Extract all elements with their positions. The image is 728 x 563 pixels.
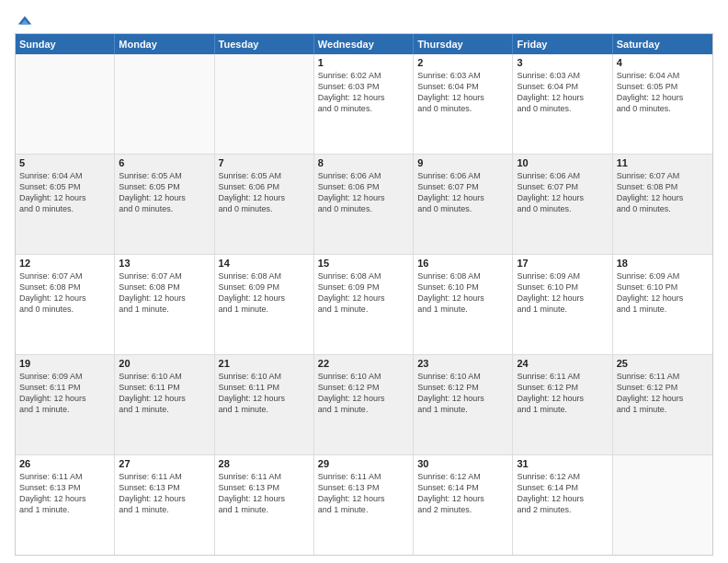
- day-cell-10: 10Sunrise: 6:06 AM Sunset: 6:07 PM Dayli…: [513, 155, 612, 254]
- header-day-saturday: Saturday: [613, 34, 712, 54]
- cell-info: Sunrise: 6:05 AM Sunset: 6:05 PM Dayligh…: [119, 170, 210, 215]
- day-cell-7: 7Sunrise: 6:05 AM Sunset: 6:06 PM Daylig…: [215, 155, 314, 254]
- calendar-body: 1Sunrise: 6:02 AM Sunset: 6:03 PM Daylig…: [16, 54, 712, 555]
- header-day-sunday: Sunday: [16, 34, 115, 54]
- cell-info: Sunrise: 6:11 AM Sunset: 6:12 PM Dayligh…: [617, 371, 709, 416]
- day-number: 8: [318, 157, 409, 168]
- day-cell-18: 18Sunrise: 6:09 AM Sunset: 6:10 PM Dayli…: [613, 255, 712, 354]
- calendar-row-3: 19Sunrise: 6:09 AM Sunset: 6:11 PM Dayli…: [16, 354, 712, 454]
- cell-info: Sunrise: 6:03 AM Sunset: 6:04 PM Dayligh…: [417, 70, 508, 115]
- cell-info: Sunrise: 6:03 AM Sunset: 6:04 PM Dayligh…: [517, 70, 608, 115]
- day-cell-26: 26Sunrise: 6:11 AM Sunset: 6:13 PM Dayli…: [16, 455, 115, 555]
- day-number: 10: [517, 157, 608, 168]
- day-number: 26: [19, 458, 110, 469]
- day-number: 30: [417, 458, 508, 469]
- cell-info: Sunrise: 6:11 AM Sunset: 6:13 PM Dayligh…: [19, 471, 110, 516]
- header-day-monday: Monday: [115, 34, 214, 54]
- page: SundayMondayTuesdayWednesdayThursdayFrid…: [0, 0, 728, 563]
- empty-cell: [16, 54, 115, 154]
- cell-info: Sunrise: 6:07 AM Sunset: 6:08 PM Dayligh…: [617, 170, 709, 215]
- day-cell-22: 22Sunrise: 6:10 AM Sunset: 6:12 PM Dayli…: [314, 355, 414, 454]
- day-cell-31: 31Sunrise: 6:12 AM Sunset: 6:14 PM Dayli…: [513, 455, 612, 555]
- day-cell-24: 24Sunrise: 6:11 AM Sunset: 6:12 PM Dayli…: [513, 355, 612, 454]
- day-number: 19: [19, 358, 110, 369]
- day-number: 12: [19, 258, 110, 269]
- day-cell-11: 11Sunrise: 6:07 AM Sunset: 6:08 PM Dayli…: [613, 155, 712, 254]
- day-number: 16: [417, 258, 508, 269]
- day-cell-3: 3Sunrise: 6:03 AM Sunset: 6:04 PM Daylig…: [513, 54, 612, 154]
- day-number: 3: [517, 57, 608, 68]
- day-number: 27: [119, 458, 210, 469]
- day-cell-28: 28Sunrise: 6:11 AM Sunset: 6:13 PM Dayli…: [215, 455, 314, 555]
- day-cell-9: 9Sunrise: 6:06 AM Sunset: 6:07 PM Daylig…: [414, 155, 513, 254]
- cell-info: Sunrise: 6:12 AM Sunset: 6:14 PM Dayligh…: [517, 471, 608, 516]
- cell-info: Sunrise: 6:11 AM Sunset: 6:12 PM Dayligh…: [517, 371, 608, 416]
- cell-info: Sunrise: 6:08 AM Sunset: 6:10 PM Dayligh…: [417, 270, 508, 316]
- day-cell-25: 25Sunrise: 6:11 AM Sunset: 6:12 PM Dayli…: [613, 355, 712, 454]
- day-number: 5: [19, 157, 110, 168]
- day-cell-21: 21Sunrise: 6:10 AM Sunset: 6:11 PM Dayli…: [215, 355, 314, 454]
- empty-cell: [613, 455, 712, 555]
- day-number: 22: [318, 358, 409, 369]
- day-number: 20: [119, 358, 210, 369]
- header-day-wednesday: Wednesday: [314, 34, 414, 54]
- calendar-row-2: 12Sunrise: 6:07 AM Sunset: 6:08 PM Dayli…: [16, 254, 712, 354]
- cell-info: Sunrise: 6:11 AM Sunset: 6:13 PM Dayligh…: [119, 471, 210, 516]
- day-cell-5: 5Sunrise: 6:04 AM Sunset: 6:05 PM Daylig…: [16, 155, 115, 254]
- cell-info: Sunrise: 6:04 AM Sunset: 6:05 PM Dayligh…: [19, 170, 110, 215]
- day-cell-1: 1Sunrise: 6:02 AM Sunset: 6:03 PM Daylig…: [314, 54, 414, 154]
- cell-info: Sunrise: 6:08 AM Sunset: 6:09 PM Dayligh…: [318, 270, 409, 316]
- day-number: 29: [318, 458, 409, 469]
- cell-info: Sunrise: 6:11 AM Sunset: 6:13 PM Dayligh…: [219, 471, 310, 516]
- cell-info: Sunrise: 6:09 AM Sunset: 6:11 PM Dayligh…: [19, 371, 110, 416]
- header: [15, 11, 713, 29]
- cell-info: Sunrise: 6:08 AM Sunset: 6:09 PM Dayligh…: [219, 270, 310, 316]
- cell-info: Sunrise: 6:06 AM Sunset: 6:07 PM Dayligh…: [417, 170, 508, 215]
- empty-cell: [215, 54, 314, 154]
- calendar-row-0: 1Sunrise: 6:02 AM Sunset: 6:03 PM Daylig…: [16, 54, 712, 154]
- day-number: 2: [417, 57, 508, 68]
- day-number: 11: [617, 157, 709, 168]
- cell-info: Sunrise: 6:07 AM Sunset: 6:08 PM Dayligh…: [119, 270, 210, 316]
- header-day-friday: Friday: [513, 34, 612, 54]
- day-number: 28: [219, 458, 310, 469]
- day-number: 14: [219, 258, 310, 269]
- day-number: 13: [119, 258, 210, 269]
- cell-info: Sunrise: 6:10 AM Sunset: 6:12 PM Dayligh…: [318, 371, 409, 416]
- day-number: 17: [517, 258, 608, 269]
- cell-info: Sunrise: 6:10 AM Sunset: 6:11 PM Dayligh…: [219, 371, 310, 416]
- day-number: 9: [417, 157, 508, 168]
- calendar-row-4: 26Sunrise: 6:11 AM Sunset: 6:13 PM Dayli…: [16, 454, 712, 555]
- calendar: SundayMondayTuesdayWednesdayThursdayFrid…: [15, 33, 713, 556]
- day-number: 15: [318, 258, 409, 269]
- day-number: 7: [219, 157, 310, 168]
- day-cell-4: 4Sunrise: 6:04 AM Sunset: 6:05 PM Daylig…: [613, 54, 712, 154]
- cell-info: Sunrise: 6:09 AM Sunset: 6:10 PM Dayligh…: [617, 270, 709, 316]
- day-cell-30: 30Sunrise: 6:12 AM Sunset: 6:14 PM Dayli…: [414, 455, 513, 555]
- cell-info: Sunrise: 6:05 AM Sunset: 6:06 PM Dayligh…: [219, 170, 310, 215]
- cell-info: Sunrise: 6:10 AM Sunset: 6:11 PM Dayligh…: [119, 371, 210, 416]
- logo: [15, 11, 33, 29]
- header-day-thursday: Thursday: [414, 34, 513, 54]
- day-cell-17: 17Sunrise: 6:09 AM Sunset: 6:10 PM Dayli…: [513, 255, 612, 354]
- day-number: 4: [617, 57, 709, 68]
- cell-info: Sunrise: 6:02 AM Sunset: 6:03 PM Dayligh…: [318, 70, 409, 115]
- cell-info: Sunrise: 6:06 AM Sunset: 6:06 PM Dayligh…: [318, 170, 409, 215]
- day-cell-27: 27Sunrise: 6:11 AM Sunset: 6:13 PM Dayli…: [115, 455, 214, 555]
- day-cell-29: 29Sunrise: 6:11 AM Sunset: 6:13 PM Dayli…: [314, 455, 414, 555]
- day-number: 18: [617, 258, 709, 269]
- cell-info: Sunrise: 6:07 AM Sunset: 6:08 PM Dayligh…: [19, 270, 110, 316]
- header-day-tuesday: Tuesday: [215, 34, 314, 54]
- day-cell-19: 19Sunrise: 6:09 AM Sunset: 6:11 PM Dayli…: [16, 355, 115, 454]
- day-number: 24: [517, 358, 608, 369]
- day-number: 31: [517, 458, 608, 469]
- cell-info: Sunrise: 6:12 AM Sunset: 6:14 PM Dayligh…: [417, 471, 508, 516]
- day-number: 25: [617, 358, 709, 369]
- calendar-header: SundayMondayTuesdayWednesdayThursdayFrid…: [16, 34, 712, 54]
- day-cell-6: 6Sunrise: 6:05 AM Sunset: 6:05 PM Daylig…: [115, 155, 214, 254]
- day-number: 1: [318, 57, 409, 68]
- day-cell-2: 2Sunrise: 6:03 AM Sunset: 6:04 PM Daylig…: [414, 54, 513, 154]
- cell-info: Sunrise: 6:09 AM Sunset: 6:10 PM Dayligh…: [517, 270, 608, 316]
- cell-info: Sunrise: 6:11 AM Sunset: 6:13 PM Dayligh…: [318, 471, 409, 516]
- day-number: 6: [119, 157, 210, 168]
